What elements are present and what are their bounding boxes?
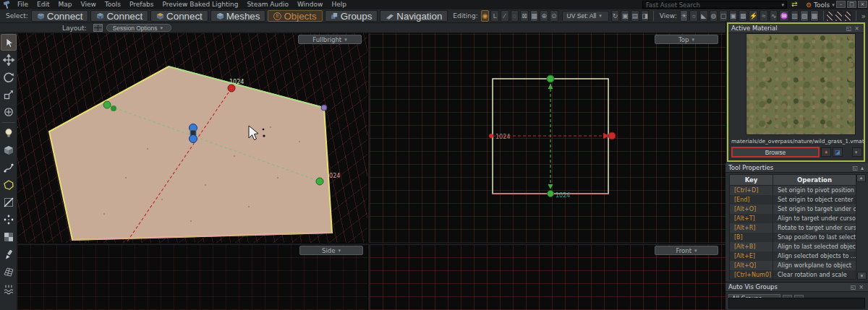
maximize-button[interactable]: □ [847, 1, 856, 8]
menu-file[interactable]: File [13, 0, 33, 9]
block-tool-icon[interactable] [1, 142, 17, 158]
striped-tool-icon-2[interactable] [835, 11, 842, 22]
blue-handle-bottom[interactable] [190, 135, 197, 143]
viewport-top[interactable]: Top ▾ 1024 1024 [370, 33, 726, 243]
collapse-icon[interactable]: ▴ [859, 165, 865, 171]
pivot-tool-icon[interactable] [1, 103, 17, 120]
toolbar-overflow-icon[interactable]: » [859, 12, 868, 20]
minimize-button[interactable]: – [836, 1, 846, 8]
vis-group-list[interactable] [728, 298, 865, 309]
view-tool-icon-6[interactable]: ▣ [729, 10, 738, 22]
post-uv-tool-icon-3[interactable]: ▤ [631, 10, 639, 22]
red-handle-right[interactable] [608, 132, 616, 139]
move-tool-icon[interactable] [1, 51, 17, 68]
view-tool-icon-4[interactable]: ◍ [710, 10, 718, 22]
scale-tool-icon[interactable] [1, 86, 17, 103]
vertex-tool-icon[interactable] [1, 211, 17, 228]
editing-tool-icon-4[interactable]: ◌ [511, 10, 519, 22]
menu-help[interactable]: Help [327, 0, 351, 9]
viewport-side[interactable]: Side ▾ [17, 245, 367, 310]
view-tool-icon-8[interactable]: ⚡ [749, 10, 758, 22]
clip-tool-icon[interactable] [1, 194, 17, 210]
select-navigation-button[interactable]: Navigation [380, 10, 448, 22]
editing-tool-icon-5[interactable]: ⊠ [520, 10, 529, 22]
menu-tools[interactable]: Tools [101, 0, 125, 9]
entity-light-tool-icon[interactable] [1, 124, 17, 141]
asset-search-input[interactable] [643, 1, 781, 9]
select-tool-icon[interactable] [1, 34, 17, 51]
keybind-row[interactable]: [Alt+Q]Align workplane to object [730, 261, 856, 270]
view-tool-icon-11[interactable]: ♒ [779, 10, 788, 22]
view-tool-icon-9[interactable]: ≈ [760, 10, 768, 22]
layout-grid-icon[interactable] [93, 24, 103, 32]
popout-icon[interactable]: ◱ [845, 25, 854, 32]
menu-map[interactable]: Map [54, 0, 77, 9]
menu-edit[interactable]: Edit [33, 0, 54, 9]
search-dropdown-icon[interactable]: ▾ [781, 2, 786, 8]
keybind-row[interactable]: [Ctrl+D]Set origin to pivot position [730, 186, 856, 195]
select-edges-button[interactable]: Connect [90, 10, 148, 22]
scroll-down-button[interactable]: ▼ [857, 272, 867, 280]
polygon-tool-icon[interactable] [1, 176, 17, 193]
view-tool-icon-14[interactable]: ▩ [810, 10, 819, 22]
menu-prefabs[interactable]: Prefabs [125, 0, 158, 9]
post-uv-tool-icon-1[interactable]: ↻ [611, 10, 620, 22]
viewport-front-mode-dropdown[interactable]: Front ▾ [655, 246, 718, 255]
viewport-3d-mode-dropdown[interactable]: Fullbright ▾ [298, 35, 362, 44]
viewport-front[interactable]: Front ▾ [370, 245, 726, 310]
select-objects-button[interactable]: E Objects [268, 10, 322, 22]
post-uv-tool-icon-2[interactable]: ▣ [621, 10, 629, 22]
browse-button[interactable]: Browse [731, 147, 820, 158]
popout-icon[interactable]: ◱ [851, 165, 859, 171]
red-handle[interactable] [228, 85, 235, 92]
viewport-top-mode-dropdown[interactable]: Top ▾ [655, 35, 718, 44]
striped-tool-icon-1[interactable] [826, 11, 833, 22]
menu-preview-baked-lighting[interactable]: Preview Baked Lighting [158, 0, 242, 9]
green-handle-top[interactable] [547, 75, 554, 82]
viewport-3d[interactable]: Fullbright ▾ 1024 1024 [17, 33, 367, 243]
keybind-row[interactable]: [Alt+O]Set origin to target under cursor [730, 204, 856, 214]
editing-tool-icon-7[interactable]: ⊕ [540, 10, 548, 22]
select-meshes-button[interactable]: Meshes [210, 10, 266, 22]
menu-steam-audio[interactable]: Steam Audio [242, 0, 293, 9]
select-groups-button[interactable]: Groups [325, 10, 378, 22]
close-button[interactable]: × [858, 1, 867, 8]
viewport-side-mode-dropdown[interactable]: Side ▾ [299, 246, 363, 255]
editing-tool-icon-1[interactable]: ◉ [481, 10, 490, 22]
view-tool-icon-10[interactable]: ∿ [770, 10, 778, 22]
material-preview-thumbnail[interactable] [746, 33, 856, 135]
gamepad-icon[interactable]: ◨ [641, 10, 650, 22]
displacement-tool-icon[interactable] [1, 280, 17, 297]
menu-window[interactable]: Window [293, 0, 328, 9]
editing-tool-icon-2[interactable]: L [490, 10, 499, 22]
red-handle-left[interactable] [489, 134, 493, 138]
green-handle-bottom[interactable] [548, 191, 554, 197]
material-assign-icon[interactable]: ◪ [833, 147, 843, 157]
keybind-row[interactable]: [Alt+R]Rotate to target under cursor [730, 223, 856, 233]
mesh-sculpt-tool-icon[interactable] [1, 263, 17, 280]
keybind-row[interactable]: [Ctrl+Num0]Clear rotation and scale [730, 270, 856, 280]
purple-vertex-handle[interactable] [321, 105, 327, 111]
menu-view[interactable]: View [77, 0, 101, 9]
texture-tool-icon[interactable] [1, 228, 17, 245]
paint-tool-icon[interactable] [1, 246, 17, 262]
uv-set-dropdown[interactable]: UV Set: All ▾ [562, 11, 609, 22]
keybind-row[interactable]: [Alt+E]Align selected objects to ... [730, 251, 856, 261]
material-refresh-icon[interactable]: ♦ [821, 147, 831, 157]
editing-tool-icon-3[interactable]: ∕ [501, 10, 509, 22]
select-vertices-button[interactable]: Connect [31, 10, 89, 22]
path-tool-icon[interactable] [1, 159, 17, 176]
selected-mesh-face[interactable] [49, 66, 332, 240]
green-handle-right[interactable] [316, 178, 323, 185]
rotate-tool-icon[interactable] [1, 69, 17, 85]
keybind-row[interactable]: [Alt+B]Align to last selected object [730, 242, 856, 251]
editing-tool-icon-6[interactable]: ▦ [530, 10, 539, 22]
popout-icon[interactable]: ◱ [849, 284, 858, 290]
view-tool-icon-7[interactable]: ▦ [739, 10, 747, 22]
keybind-scrollbar[interactable]: ▼ [857, 174, 867, 280]
view-tool-icon-2[interactable]: ☼ [689, 10, 698, 22]
panel-close-icon[interactable]: × [853, 25, 861, 32]
view-tool-icon-5[interactable]: ▢ [719, 10, 728, 22]
striped-tool-icon-3[interactable] [844, 11, 851, 22]
green-handle-left-2[interactable] [111, 106, 116, 111]
